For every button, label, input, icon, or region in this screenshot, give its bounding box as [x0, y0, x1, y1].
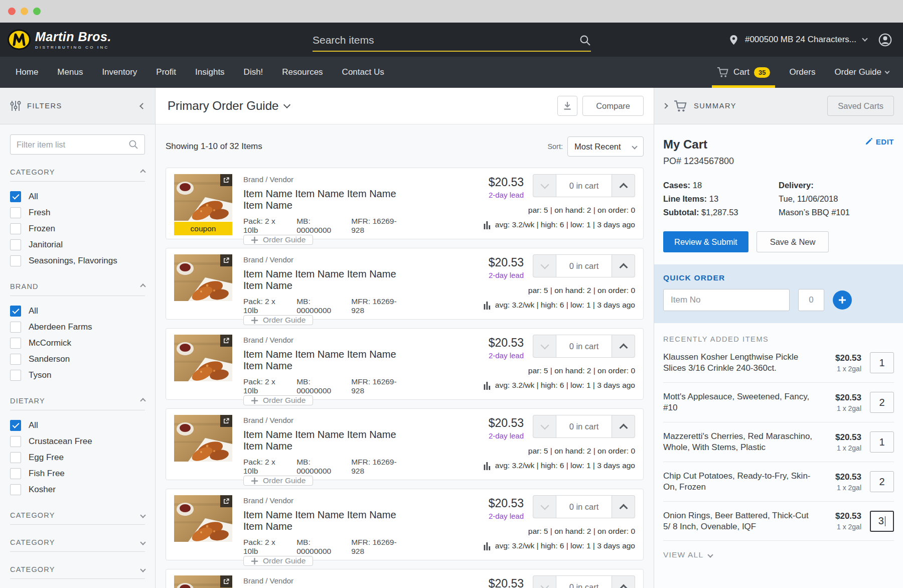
filter-option[interactable]: Sanderson — [10, 351, 145, 367]
item-image[interactable] — [174, 415, 232, 462]
expand-item-button[interactable] — [220, 415, 232, 427]
increase-quantity-button[interactable] — [612, 415, 635, 438]
nav-cart[interactable]: Cart 35 — [717, 57, 771, 88]
decrease-quantity-button[interactable] — [533, 415, 556, 438]
decrease-quantity-button[interactable] — [533, 254, 556, 277]
filter-option[interactable]: Fresh — [10, 205, 145, 221]
user-avatar-icon[interactable] — [878, 33, 892, 47]
filter-option[interactable]: All — [10, 189, 145, 205]
add-to-order-guide-button[interactable]: Order Guide — [243, 315, 313, 325]
checkbox[interactable] — [10, 420, 21, 431]
expand-item-button[interactable] — [220, 575, 232, 587]
nav-orders[interactable]: Orders — [789, 67, 815, 77]
filter-option[interactable]: McCormick — [10, 335, 145, 351]
nav-order-guide[interactable]: Order Guide — [834, 67, 889, 77]
recent-item-name[interactable]: Klaussen Kosher Lengthwise Pickle Slices… — [663, 352, 822, 374]
quick-order-add-button[interactable] — [833, 290, 852, 310]
nav-item[interactable]: Profit — [146, 67, 186, 77]
item-name[interactable]: Item Name Item Name Item Name Item Name — [243, 429, 399, 452]
recent-item-qty-input[interactable]: 2 — [870, 392, 894, 413]
nav-item[interactable]: Contact Us — [333, 67, 394, 77]
increase-quantity-button[interactable] — [612, 575, 635, 588]
filter-option[interactable]: Fish Free — [10, 466, 145, 482]
decrease-quantity-button[interactable] — [533, 495, 556, 518]
increase-quantity-button[interactable] — [612, 335, 635, 358]
expand-summary-icon[interactable] — [662, 103, 668, 108]
recent-item-qty-input[interactable]: 3 — [870, 511, 894, 532]
expand-item-button[interactable] — [220, 495, 232, 507]
checkbox[interactable] — [10, 436, 21, 447]
expand-item-button[interactable] — [220, 174, 232, 186]
nav-item[interactable]: Resources — [272, 67, 332, 77]
filter-section-header[interactable]: DIETARY — [10, 395, 145, 410]
add-to-order-guide-button[interactable]: Order Guide — [243, 235, 313, 245]
review-submit-button[interactable]: Review & Submit — [663, 231, 748, 252]
search-input[interactable] — [313, 34, 579, 46]
recent-item-qty-input[interactable]: 2 — [870, 471, 894, 492]
sort-select[interactable]: Most Recent — [567, 136, 644, 157]
item-name[interactable]: Item Name Item Name Item Name Item Name — [243, 268, 399, 291]
quick-order-item-no-input[interactable] — [663, 289, 790, 311]
filter-section-header[interactable]: CATEGORY — [10, 537, 145, 552]
recent-item-name[interactable]: Mazzeretti's Cherries, Red Maraschino, W… — [663, 431, 822, 454]
checkbox[interactable] — [10, 484, 21, 495]
cart-quantity-field[interactable]: 0 in cart — [556, 415, 612, 438]
checkbox[interactable] — [10, 338, 21, 349]
checkbox[interactable] — [10, 239, 21, 250]
search-icon[interactable] — [579, 35, 591, 46]
download-button[interactable] — [557, 96, 577, 116]
order-guide-title-dropdown[interactable]: Primary Order Guide — [168, 99, 289, 113]
add-to-order-guide-button[interactable]: Order Guide — [243, 556, 313, 566]
collapse-sidebar-icon[interactable] — [139, 103, 146, 109]
item-image[interactable] — [174, 335, 232, 381]
nav-item[interactable]: Inventory — [92, 67, 146, 77]
increase-quantity-button[interactable] — [612, 174, 635, 197]
add-to-order-guide-button[interactable]: Order Guide — [243, 395, 313, 405]
edit-cart-link[interactable]: EDIT — [865, 137, 894, 146]
checkbox[interactable] — [10, 370, 21, 381]
nav-item[interactable]: Home — [16, 67, 48, 77]
quick-order-qty-input[interactable] — [798, 289, 824, 311]
checkbox[interactable] — [10, 468, 21, 479]
martin-bros-logo[interactable]: Martin Bros. DISTRIBUTING CO INC — [7, 29, 111, 50]
chevron-down-icon[interactable] — [862, 36, 867, 41]
cart-quantity-field[interactable]: 0 in cart — [556, 575, 612, 588]
filter-option[interactable]: Seasonings, Flavorings — [10, 253, 145, 269]
save-new-button[interactable]: Save & New — [757, 231, 829, 252]
filter-item-list-input[interactable] — [17, 140, 128, 150]
window-minimize-button[interactable] — [21, 8, 28, 15]
checkbox[interactable] — [10, 306, 21, 317]
view-all-link[interactable]: VIEW ALL — [663, 541, 894, 569]
nav-item[interactable]: Dish! — [234, 67, 273, 77]
increase-quantity-button[interactable] — [612, 254, 635, 277]
item-name[interactable]: Item Name Item Name Item Name Item Name — [243, 349, 399, 372]
filter-section-header[interactable]: CATEGORY — [10, 510, 145, 525]
cart-quantity-field[interactable]: 0 in cart — [556, 335, 612, 358]
filter-option[interactable]: Crustacean Free — [10, 433, 145, 450]
expand-item-button[interactable] — [220, 254, 232, 266]
cart-quantity-field[interactable]: 0 in cart — [556, 174, 612, 197]
recent-item-name[interactable]: Mott's Applesauce, Sweetened, Fancy, #10 — [663, 391, 822, 414]
window-close-button[interactable] — [8, 8, 16, 15]
item-image[interactable] — [174, 254, 232, 301]
item-image[interactable] — [174, 575, 232, 588]
filter-section-header[interactable]: BRAND — [10, 281, 145, 296]
checkbox[interactable] — [10, 223, 21, 234]
recent-item-qty-input[interactable]: 1 — [870, 431, 894, 453]
item-image[interactable] — [174, 495, 232, 542]
increase-quantity-button[interactable] — [612, 495, 635, 518]
item-image[interactable] — [174, 174, 232, 221]
expand-item-button[interactable] — [220, 335, 232, 347]
item-name[interactable]: Item Name Item Name Item Name Item Name — [243, 188, 399, 211]
filter-option[interactable]: All — [10, 417, 145, 433]
cart-quantity-field[interactable]: 0 in cart — [556, 254, 612, 277]
filter-option[interactable]: Frozen — [10, 221, 145, 237]
filter-option[interactable]: All — [10, 303, 145, 319]
location-selector-label[interactable]: #000500 MB 24 Characters... — [745, 35, 856, 45]
filter-option[interactable]: Aberdeen Farms — [10, 319, 145, 335]
filter-section-header[interactable]: CATEGORY — [10, 167, 145, 182]
filter-option[interactable]: Janitorial — [10, 237, 145, 253]
item-name[interactable]: Item Name Item Name Item Name Item Name — [243, 509, 399, 532]
saved-carts-button[interactable]: Saved Carts — [827, 96, 894, 116]
compare-button[interactable]: Compare — [582, 96, 644, 116]
